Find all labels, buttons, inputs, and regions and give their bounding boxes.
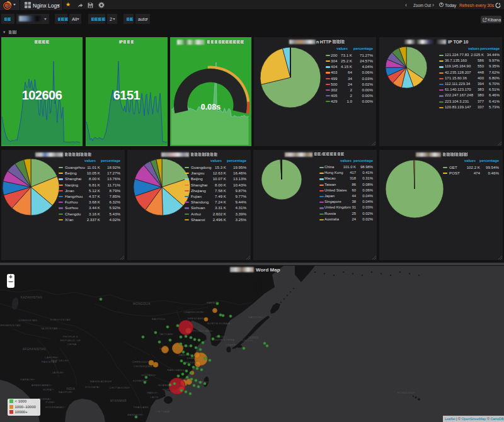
svg-text:PUNE•: PUNE• [45,401,55,404]
svg-text:HYDERABAD•: HYDERABAD• [45,406,66,409]
svg-text:INDIA: INDIA [66,387,76,391]
svg-text:KOLKATA•: KOLKATA• [85,385,100,389]
svg-text:VIETNAM: VIETNAM [156,410,169,413]
svg-text:TAJIKISTAN: TAJIKISTAN [40,327,57,330]
svg-text:TURKMENISTAN: TURKMENISTAN [0,324,21,327]
svg-text:KARACHI•: KARACHI• [20,378,35,381]
svg-text:PYONGYANG•: PYONGYANG• [193,329,213,333]
svg-text:SURAT•: SURAT• [43,388,54,391]
svg-text:CHENGDU•: CHENGDU• [132,360,149,363]
svg-text:CHANGCHUN•: CHANGCHUN• [184,311,205,314]
svg-text:REPUBLIC OF: REPUBLIC OF [60,339,81,342]
svg-text:LAOS: LAOS [151,396,159,399]
svg-text:BANGLADESH: BANGLADESH [90,380,112,383]
svg-text:MYANMAR: MYANMAR [110,399,127,402]
svg-text:BAOTOU•: BAOTOU• [152,317,166,321]
svg-text:HONOLULU•: HONOLULU• [398,391,415,394]
svg-text:KAZAKHSTAN: KAZAKHSTAN [21,296,42,299]
svg-text:SHENYANG•: SHENYANG• [188,317,205,320]
svg-text:CHINA: CHINA [67,343,76,346]
svg-text:HANOI•: HANOI• [147,391,158,394]
svg-text:NEW DELHI•: NEW DELHI• [51,359,69,362]
svg-text:CHITTAGONG•: CHITTAGONG• [109,386,130,389]
svg-text:UZBEKISTAN: UZBEKISTAN [18,319,37,322]
svg-text:SOUTH KOREA: SOUTH KOREA [212,338,234,341]
svg-text:SAPPORO•: SAPPORO• [248,316,265,319]
svg-text:KYRGYZSTAN: KYRGYZSTAN [50,318,71,321]
svg-text:TAIYUAN•: TAIYUAN• [159,333,174,336]
svg-text:JAIPUR•: JAIPUR• [52,371,64,374]
svg-text:NANCHANG•: NANCHANG• [167,368,185,372]
svg-text:NORTH KOREA: NORTH KOREA [207,322,231,325]
svg-text:TOKYO•: TOKYO• [241,339,253,342]
svg-text:AFGHANISTAN: AFGHANISTAN [23,348,46,351]
svg-text:MONGOLIA: MONGOLIA [133,302,151,305]
svg-text:AHMEDABAD•: AHMEDABAD• [32,384,52,387]
svg-text:PEOPLE'S: PEOPLE'S [63,335,78,338]
svg-text:OSAKA•: OSAKA• [226,343,237,346]
svg-text:NAGPUR•: NAGPUR• [59,391,72,394]
svg-text:GUIYANG•: GUIYANG• [141,374,156,377]
svg-text:THAILAND: THAILAND [134,406,149,409]
